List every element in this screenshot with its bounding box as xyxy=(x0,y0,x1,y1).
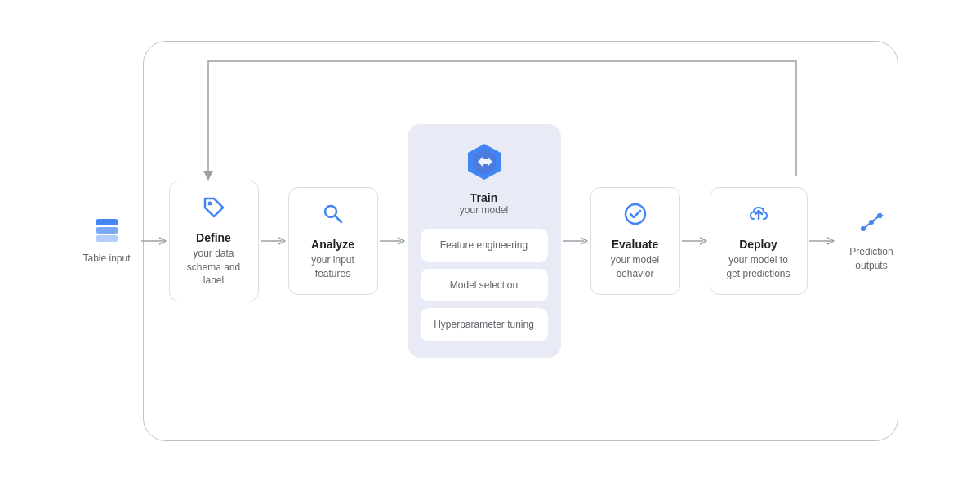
deploy-title: Deploy xyxy=(739,237,777,252)
train-subtitle: your model xyxy=(460,204,508,216)
arrow-4 xyxy=(561,234,590,248)
arrow-5 xyxy=(680,234,710,248)
analyze-title: Analyze xyxy=(311,237,354,252)
svg-rect-0 xyxy=(96,219,118,225)
svg-point-12 xyxy=(626,204,645,224)
analyze-subtitle: your input features xyxy=(301,253,366,281)
evaluate-subtitle: your model behavior xyxy=(603,253,668,281)
analyze-card[interactable]: Analyze your input features xyxy=(288,187,378,295)
define-subtitle: your data schema and label xyxy=(181,247,247,288)
deploy-icon-wrap xyxy=(746,201,772,230)
table-input-label: Table input xyxy=(82,252,130,266)
diagram-container: Table input Define your data schema and … xyxy=(16,16,964,466)
table-icon xyxy=(92,217,122,247)
arrow-6 xyxy=(808,234,837,248)
train-sub-card-model[interactable]: Model selection xyxy=(421,269,548,302)
arrow-3 xyxy=(378,234,408,248)
define-card[interactable]: Define your data schema and label xyxy=(169,181,259,302)
prediction-outputs-node: Prediction outputs xyxy=(837,209,906,273)
evaluate-title: Evaluate xyxy=(612,237,659,252)
train-sub-card-hyper[interactable]: Hyperparameter tuning xyxy=(421,308,548,341)
svg-line-7 xyxy=(335,216,341,223)
svg-rect-1 xyxy=(96,227,118,234)
svg-rect-2 xyxy=(96,235,118,242)
flow-row: Table input Define your data schema and … xyxy=(16,124,964,358)
arrow-2 xyxy=(259,234,288,248)
prediction-icon xyxy=(857,209,886,239)
train-title: Train xyxy=(470,191,497,204)
train-sub-card-feature[interactable]: Feature engineering xyxy=(421,229,548,262)
analyze-icon-wrap xyxy=(320,201,346,230)
evaluate-card[interactable]: Evaluate your model behavior xyxy=(590,187,680,295)
svg-point-4 xyxy=(207,201,212,205)
table-input-node: Table input xyxy=(74,217,140,266)
define-title: Define xyxy=(196,230,231,245)
deploy-card[interactable]: Deploy your model to get predictions xyxy=(710,187,808,295)
evaluate-icon-wrap xyxy=(622,201,648,230)
define-icon-wrap xyxy=(201,194,227,224)
prediction-outputs-label: Prediction outputs xyxy=(837,245,906,273)
train-header: Train your model xyxy=(460,141,508,216)
deploy-subtitle: your model to get predictions xyxy=(722,253,795,281)
arrow-1 xyxy=(140,234,169,248)
train-panel[interactable]: Train your model Feature engineering Mod… xyxy=(408,124,561,358)
